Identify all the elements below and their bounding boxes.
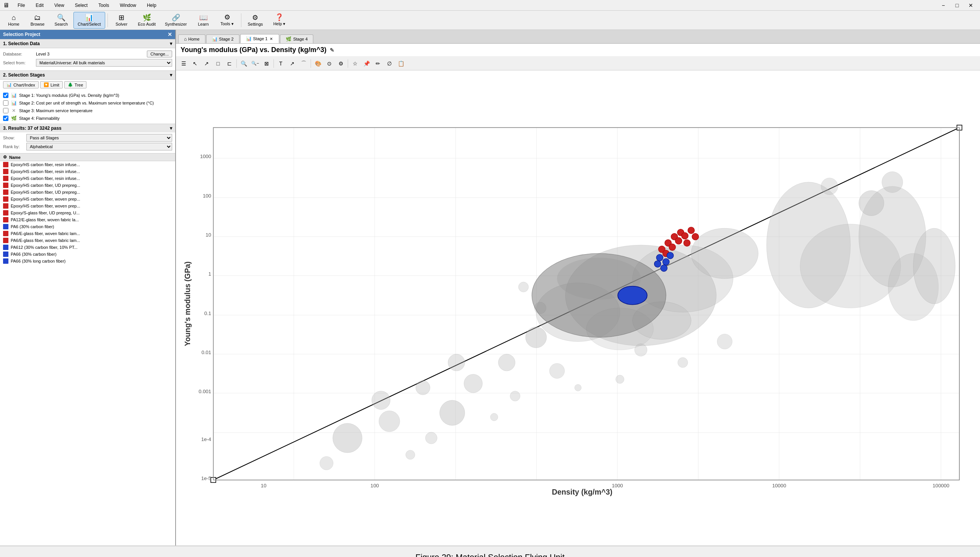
- material-name: PA66 (30% carbon fiber): [11, 252, 57, 256]
- ct-eraser-btn[interactable]: ∅: [384, 58, 395, 69]
- show-dropdown[interactable]: Pass all Stages Pass Stage 1 Pass Stage …: [26, 134, 172, 142]
- learn-button[interactable]: 📖 Learn: [192, 12, 215, 29]
- figure-label: Figure 29:: [415, 552, 453, 557]
- help-button[interactable]: ❓ Help ▾: [268, 12, 291, 29]
- ct-pen-btn[interactable]: ✏: [373, 58, 383, 69]
- ct-settings-btn[interactable]: ⚙: [335, 58, 346, 69]
- settings-button[interactable]: ⚙ Settings: [244, 12, 267, 29]
- list-item[interactable]: PA12/E-glass fiber, woven fabric la...: [0, 216, 175, 223]
- list-item[interactable]: PA6/E-glass fiber, woven fabric lam...: [0, 230, 175, 237]
- ct-star-btn[interactable]: ☆: [350, 58, 360, 69]
- section2-collapse[interactable]: ▾: [170, 72, 172, 78]
- list-item[interactable]: Epoxy/HS carbon fiber, UD prepreg...: [0, 182, 175, 189]
- browse-button[interactable]: 🗂 Browse: [26, 12, 49, 29]
- list-item[interactable]: Epoxy/HS carbon fiber, resin infuse...: [0, 161, 175, 168]
- menu-view[interactable]: View: [52, 2, 67, 9]
- ct-zoom-in-btn[interactable]: 🔍: [238, 58, 249, 69]
- material-icon: [3, 224, 8, 229]
- list-item[interactable]: Epoxy/HS carbon fiber, resin infuse...: [0, 175, 175, 182]
- list-item[interactable]: PA6/E-glass fiber, woven fabric lam...: [0, 237, 175, 244]
- ct-curve-btn[interactable]: ⌒: [298, 58, 309, 69]
- tab-home[interactable]: ⌂ Home: [178, 34, 205, 43]
- tab-stage2[interactable]: 📊 Stage 2: [206, 34, 239, 43]
- material-name: Epoxy/S-glass fiber, UD prepreg, U...: [11, 211, 80, 215]
- synthesizer-button[interactable]: 🔗 Synthesizer: [161, 12, 191, 29]
- list-item[interactable]: PA66 (30% long carbon fiber): [0, 258, 175, 265]
- close-button[interactable]: ✕: [965, 1, 977, 10]
- svg-text:0.001: 0.001: [199, 389, 211, 394]
- stage1-label: Stage 1: Young's modulus (GPa) vs. Densi…: [19, 93, 119, 98]
- svg-text:10: 10: [206, 232, 212, 238]
- list-item[interactable]: PA66 (30% carbon fiber): [0, 251, 175, 258]
- material-name: Epoxy/HS carbon fiber, UD prepreg...: [11, 190, 80, 194]
- stage1-checkbox[interactable]: [3, 93, 8, 98]
- menu-edit[interactable]: Edit: [33, 2, 46, 9]
- minimize-button[interactable]: −: [937, 1, 949, 10]
- material-name: Epoxy/HS carbon fiber, resin infuse...: [11, 176, 80, 181]
- menu-select[interactable]: Select: [73, 2, 90, 9]
- tree-tab[interactable]: 🌲 Tree: [64, 81, 86, 88]
- search-button[interactable]: 🔍 Search: [50, 12, 73, 29]
- limit-tab[interactable]: 🔽 Limit: [40, 81, 63, 88]
- tab-stage4[interactable]: 🌿 Stage 4: [280, 34, 313, 43]
- menu-help[interactable]: Help: [145, 2, 159, 9]
- ct-rect-btn[interactable]: □: [213, 58, 223, 69]
- change-button[interactable]: Change...: [147, 51, 172, 57]
- solver-button[interactable]: ⊞ Solver: [110, 12, 133, 29]
- browse-icon: 🗂: [34, 14, 41, 21]
- stage3-checkbox[interactable]: [3, 108, 8, 113]
- ct-zoom-out-btn[interactable]: 🔍−: [250, 58, 260, 69]
- material-icon: [3, 252, 8, 257]
- stage1-tab-close[interactable]: ✕: [269, 37, 273, 41]
- menu-window[interactable]: Window: [117, 2, 138, 9]
- list-item[interactable]: PA612 (30% carbon fiber, 10% PT...: [0, 244, 175, 251]
- ct-select2-btn[interactable]: ↗: [201, 58, 212, 69]
- name-icon: ⚙: [3, 155, 7, 160]
- menu-tools[interactable]: Tools: [96, 2, 111, 9]
- eco-audit-button[interactable]: 🌿 Eco Audit: [134, 12, 160, 29]
- home-button[interactable]: ⌂ Home: [2, 12, 25, 29]
- section1-collapse[interactable]: ▾: [170, 41, 172, 46]
- results-title: 3. Results: 37 of 3242 pass: [3, 126, 62, 131]
- material-list[interactable]: Epoxy/HS carbon fiber, resin infuse... E…: [0, 161, 175, 546]
- list-item[interactable]: Epoxy/HS carbon fiber, resin infuse...: [0, 168, 175, 175]
- ct-select-btn[interactable]: ☰: [178, 58, 189, 69]
- ct-poly-btn[interactable]: ⊏: [224, 58, 235, 69]
- ct-pin-btn[interactable]: 📌: [361, 58, 372, 69]
- stage2-checkbox[interactable]: [3, 100, 8, 106]
- list-item[interactable]: Epoxy/HS carbon fiber, woven prep...: [0, 203, 175, 209]
- list-item[interactable]: Epoxy/S-glass fiber, UD prepreg, U...: [0, 209, 175, 216]
- results-collapse[interactable]: ▾: [170, 126, 172, 131]
- menu-file[interactable]: File: [15, 2, 27, 9]
- results-content: Show: Pass all Stages Pass Stage 1 Pass …: [0, 132, 175, 153]
- svg-point-68: [688, 227, 695, 234]
- material-name: Epoxy/HS carbon fiber, woven prep...: [11, 197, 80, 201]
- select-from-dropdown[interactable]: MaterialUniverse: All bulk materials: [36, 59, 172, 67]
- ct-line-btn[interactable]: ↗: [287, 58, 298, 69]
- tab-stage1[interactable]: 📊 Stage 1 ✕: [240, 34, 280, 43]
- tools-dropdown-button[interactable]: ⚙ Tools ▾: [216, 12, 239, 29]
- ct-text-btn[interactable]: T: [275, 58, 286, 69]
- tree-icon: 🌲: [68, 82, 73, 87]
- ct-zoom-fit-btn[interactable]: ⊠: [261, 58, 272, 69]
- chart-select-button[interactable]: 📊 Chart/Select: [73, 12, 105, 29]
- stage4-checkbox[interactable]: [3, 116, 8, 121]
- rank-dropdown[interactable]: Alphabetical Young's modulus Density Cos…: [26, 143, 172, 150]
- svg-point-28: [498, 354, 515, 371]
- ct-color-btn[interactable]: 🎨: [313, 58, 323, 69]
- svg-point-44: [717, 334, 732, 349]
- chart-title: Young's modulus (GPa) vs. Density (kg/m^…: [181, 46, 327, 54]
- restore-button[interactable]: □: [951, 1, 963, 10]
- ct-bubble-btn[interactable]: ⊙: [324, 58, 335, 69]
- panel-close-button[interactable]: ✕: [168, 31, 172, 38]
- list-item[interactable]: Epoxy/HS carbon fiber, woven prep...: [0, 196, 175, 203]
- ct-copy-btn[interactable]: 📋: [396, 58, 406, 69]
- chart-index-tab[interactable]: 📊 Chart/Index: [3, 81, 39, 88]
- chart-title-edit-icon[interactable]: ✎: [330, 47, 334, 53]
- chart-container[interactable]: Young's modulus (GPa) Density (kg/m^3) 1…: [176, 70, 980, 546]
- ct-arrow-btn[interactable]: ↖: [190, 58, 200, 69]
- list-item[interactable]: Epoxy/HS carbon fiber, UD prepreg...: [0, 189, 175, 196]
- list-item[interactable]: PA6 (30% carbon fiber): [0, 223, 175, 230]
- svg-point-73: [654, 261, 661, 268]
- chart-svg: Young's modulus (GPa) Density (kg/m^3) 1…: [180, 74, 976, 542]
